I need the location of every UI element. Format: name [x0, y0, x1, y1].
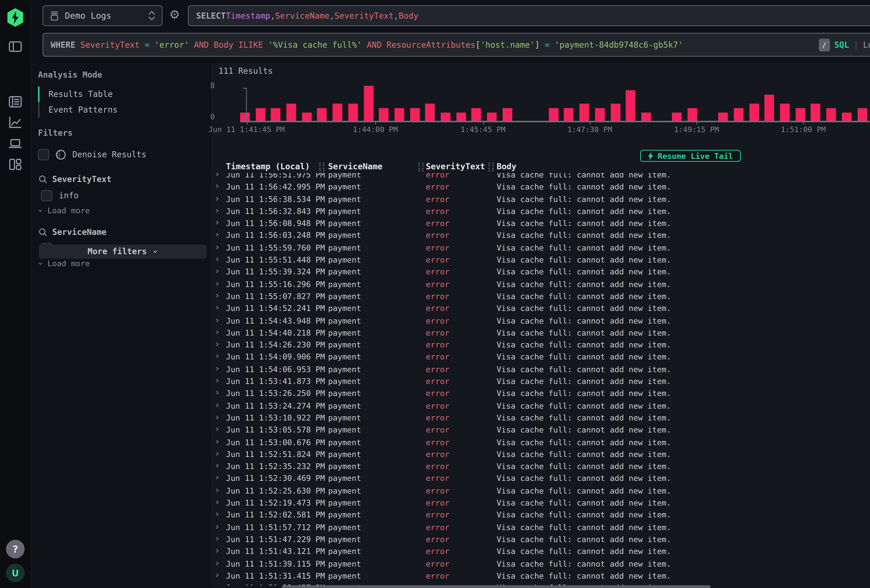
- column-resize-handle[interactable]: [418, 162, 423, 171]
- sql-mode-button[interactable]: SQL: [834, 40, 849, 49]
- table-row[interactable]: ›Jun 11 1:56:03.248 PMpaymenterrorVisa c…: [211, 229, 870, 241]
- table-row[interactable]: ›Jun 11 1:54:43.948 PMpaymenterrorVisa c…: [211, 314, 870, 326]
- histogram-bar[interactable]: [626, 90, 636, 122]
- horizontal-scrollbar-thumb[interactable]: [282, 585, 711, 588]
- chevron-right-icon[interactable]: ›: [215, 314, 220, 326]
- histogram-bar[interactable]: [672, 113, 682, 121]
- table-row[interactable]: ›Jun 11 1:51:43.121 PMpaymenterrorVisa c…: [211, 545, 870, 557]
- histogram-bar[interactable]: [734, 108, 743, 121]
- chevron-right-icon[interactable]: ›: [215, 180, 220, 193]
- histogram-bar[interactable]: [549, 108, 559, 121]
- table-row[interactable]: ›Jun 11 1:51:39.115 PMpaymenterrorVisa c…: [211, 557, 870, 570]
- histogram-bar[interactable]: [641, 113, 651, 121]
- chevron-right-icon[interactable]: ›: [215, 338, 220, 351]
- chart-line-icon[interactable]: [7, 115, 23, 131]
- table-row[interactable]: ›Jun 11 1:51:23.457 PMpaymenterrorVisa c…: [211, 582, 870, 585]
- chevron-right-icon[interactable]: ›: [215, 351, 220, 363]
- table-row[interactable]: ›Jun 11 1:55:07.827 PMpaymenterrorVisa c…: [211, 290, 870, 302]
- chevron-right-icon[interactable]: ›: [215, 193, 220, 205]
- column-header-severitytext[interactable]: SeverityText: [426, 162, 485, 171]
- table-row[interactable]: ›Jun 11 1:55:16.296 PMpaymenterrorVisa c…: [211, 278, 870, 290]
- column-resize-handle[interactable]: [489, 162, 494, 171]
- column-header-timestamp[interactable]: Timestamp (Local): [226, 162, 310, 171]
- table-row[interactable]: ›Jun 11 1:52:19.473 PMpaymenterrorVisa c…: [211, 497, 870, 509]
- chevron-right-icon[interactable]: ›: [215, 375, 220, 387]
- histogram-bar[interactable]: [256, 108, 265, 121]
- chevron-right-icon[interactable]: ›: [215, 302, 220, 314]
- histogram-bar[interactable]: [317, 108, 327, 121]
- chevron-right-icon[interactable]: ›: [215, 472, 220, 484]
- chevron-right-icon[interactable]: ›: [215, 290, 220, 302]
- more-filters-button[interactable]: More filters ›: [39, 244, 207, 259]
- table-row[interactable]: ›Jun 11 1:54:26.230 PMpaymenterrorVisa c…: [211, 338, 870, 351]
- histogram-bar[interactable]: [472, 108, 481, 121]
- chevron-right-icon[interactable]: ›: [215, 326, 220, 339]
- table-row[interactable]: ›Jun 11 1:56:38.534 PMpaymenterrorVisa c…: [211, 193, 870, 205]
- histogram-bar[interactable]: [687, 108, 697, 121]
- chevron-right-icon[interactable]: ›: [215, 436, 220, 448]
- histogram-bar[interactable]: [796, 108, 805, 121]
- table-row[interactable]: ›Jun 11 1:51:57.712 PMpaymenterrorVisa c…: [211, 521, 870, 533]
- table-row[interactable]: ›Jun 11 1:54:40.218 PMpaymenterrorVisa c…: [211, 326, 870, 339]
- source-select[interactable]: Demo Logs: [42, 5, 162, 26]
- denoise-checkbox[interactable]: [38, 149, 49, 160]
- analysis-mode-item[interactable]: Event Patterns: [38, 102, 211, 118]
- chevron-right-icon[interactable]: ›: [215, 411, 220, 424]
- chevron-right-icon[interactable]: ›: [215, 545, 220, 557]
- chevron-right-icon[interactable]: ›: [215, 399, 220, 412]
- column-header-servicename[interactable]: ServiceName: [328, 162, 383, 171]
- search-logs-icon[interactable]: [7, 94, 23, 110]
- histogram-bar[interactable]: [857, 108, 867, 121]
- analysis-mode-item[interactable]: Results Table: [38, 86, 211, 102]
- table-row[interactable]: ›Jun 11 1:55:59.760 PMpaymenterrorVisa c…: [211, 241, 870, 254]
- table-row[interactable]: ›Jun 11 1:56:51.975 PMpaymenterrorVisa c…: [211, 173, 870, 180]
- histogram-bar[interactable]: [441, 113, 450, 121]
- chevron-right-icon[interactable]: ›: [215, 253, 220, 266]
- histogram-bar[interactable]: [780, 104, 790, 122]
- table-row[interactable]: ›Jun 11 1:52:30.469 PMpaymenterrorVisa c…: [211, 472, 870, 484]
- histogram-bar[interactable]: [564, 108, 574, 121]
- table-row[interactable]: ›Jun 11 1:53:05.578 PMpaymenterrorVisa c…: [211, 424, 870, 436]
- chevron-right-icon[interactable]: ›: [215, 448, 220, 460]
- chevron-right-icon[interactable]: ›: [215, 582, 220, 585]
- laptop-sessions-icon[interactable]: [7, 136, 23, 151]
- table-row[interactable]: ›Jun 11 1:55:39.324 PMpaymenterrorVisa c…: [211, 266, 870, 278]
- chevron-right-icon[interactable]: ›: [215, 217, 220, 229]
- panel-left-icon[interactable]: [7, 39, 23, 54]
- gear-icon[interactable]: ⚙: [169, 9, 180, 21]
- hyperdx-logo-icon[interactable]: [7, 8, 24, 27]
- chevron-right-icon[interactable]: ›: [215, 460, 220, 472]
- help-button[interactable]: ?: [6, 540, 25, 558]
- histogram-bar[interactable]: [410, 108, 420, 121]
- histogram-bar[interactable]: [348, 104, 358, 122]
- table-row[interactable]: ›Jun 11 1:54:09.906 PMpaymenterrorVisa c…: [211, 351, 870, 363]
- histogram-bar[interactable]: [286, 104, 296, 122]
- histogram-bar[interactable]: [425, 104, 435, 122]
- chevron-right-icon[interactable]: ›: [215, 569, 220, 582]
- histogram-bar[interactable]: [487, 113, 497, 121]
- chevron-right-icon[interactable]: ›: [215, 521, 220, 533]
- histogram-bar[interactable]: [811, 104, 821, 122]
- chevron-right-icon[interactable]: ›: [215, 424, 220, 436]
- table-row[interactable]: ›Jun 11 1:54:52.241 PMpaymenterrorVisa c…: [211, 302, 870, 314]
- chevron-right-icon[interactable]: ›: [215, 173, 220, 180]
- table-row[interactable]: ›Jun 11 1:53:41.873 PMpaymenterrorVisa c…: [211, 375, 870, 387]
- table-row[interactable]: ›Jun 11 1:56:08.948 PMpaymenterrorVisa c…: [211, 217, 870, 229]
- chevron-right-icon[interactable]: ›: [215, 497, 220, 509]
- search-icon[interactable]: [38, 227, 48, 237]
- table-row[interactable]: ›Jun 11 1:56:32.843 PMpaymenterrorVisa c…: [211, 205, 870, 217]
- chevron-right-icon[interactable]: ›: [215, 484, 220, 497]
- where-query-input[interactable]: WHERE SeverityText = 'error' AND Body IL…: [42, 33, 870, 57]
- load-more-button[interactable]: ›Load more: [38, 204, 211, 216]
- chevron-right-icon[interactable]: ›: [215, 241, 220, 254]
- histogram-bar[interactable]: [456, 113, 466, 121]
- histogram-bar[interactable]: [395, 108, 404, 121]
- load-more-button[interactable]: ›Load more: [38, 257, 211, 269]
- chevron-right-icon[interactable]: ›: [215, 509, 220, 521]
- select-query-input[interactable]: SELECT Timestamp, ServiceName, SeverityT…: [188, 5, 870, 26]
- table-row[interactable]: ›Jun 11 1:56:42.995 PMpaymenterrorVisa c…: [211, 180, 870, 193]
- histogram-bar[interactable]: [580, 104, 589, 122]
- histogram-bar[interactable]: [718, 113, 728, 121]
- table-row[interactable]: ›Jun 11 1:52:02.581 PMpaymenterrorVisa c…: [211, 509, 870, 521]
- histogram-bar[interactable]: [611, 104, 620, 122]
